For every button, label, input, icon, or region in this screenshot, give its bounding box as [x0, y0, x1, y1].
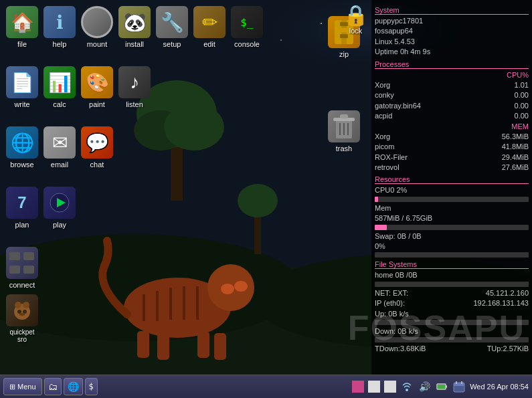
icon-col-bottom: connect quickpetsro: [3, 244, 41, 346]
setup-icon-label: setup: [163, 40, 181, 48]
sysmon-cpu-header-label: CPU%: [507, 70, 529, 80]
sysmon-uptime-row: Uptime 0h 4m 9s: [375, 47, 529, 57]
write-icon-img: 📄: [6, 66, 38, 98]
setup-icon-img: 🔧: [156, 6, 188, 38]
quickpet-icon-img: [6, 294, 38, 326]
desktop-icon-mount[interactable]: mount: [78, 3, 116, 51]
taskbar-files-icon: 🗂: [48, 381, 58, 392]
tray-volume-icon[interactable]: 🔊: [418, 380, 431, 393]
sysmon-proc-gatotray: gatotray.bin64 0.00: [375, 101, 529, 111]
calc-icon-img: 📊: [43, 66, 76, 98]
sysmon-uptime: Uptime 0h 4m 9s: [375, 47, 430, 57]
desktop-icon-write[interactable]: 📄 write: [3, 64, 41, 111]
sysmon-home-row: home 0B /0B: [375, 270, 529, 280]
sysmon-processes-title: Processes: [375, 60, 529, 69]
tray-calendar-icon[interactable]: [452, 380, 466, 393]
sysmon-net-ext-row: NET: EXT: 45.121.2.160: [375, 288, 529, 298]
sysmon-memproc-picom: picom 41.8MiB: [375, 142, 529, 152]
taskbar-globe[interactable]: 🌐: [64, 378, 83, 395]
file-icon-img: 🏠: [6, 6, 38, 38]
tray-network-icon[interactable]: [400, 380, 414, 393]
sysmon-memproc-retrovol-name: retrovol: [375, 163, 400, 173]
taskbar-file-manager[interactable]: 🗂: [44, 378, 62, 395]
svg-rect-45: [340, 114, 348, 118]
paint-icon-label: paint: [89, 100, 105, 108]
file-icon-label: file: [17, 40, 27, 48]
tray-color2[interactable]: [368, 381, 380, 393]
sysmon-ip-label: IP (eth0):: [375, 298, 405, 308]
zip-icon-label: zip: [339, 50, 349, 58]
sysmon-up-label: Up: 0B k/s: [375, 309, 409, 319]
desktop-icon-paint[interactable]: 🎨 paint: [78, 64, 116, 111]
browse-icon-img: 🌐: [6, 126, 38, 159]
desktop-icon-plan[interactable]: 7 plan: [3, 184, 41, 231]
sysmon-home-bar: [375, 282, 529, 287]
sysmon-hostname-row: puppypc17801: [375, 16, 529, 26]
install-icon-img: 🐼: [118, 6, 151, 38]
sysmon-proc-gatotray-cpu: 0.00: [515, 101, 529, 111]
desktop-icon-quickpet[interactable]: quickpetsro: [3, 292, 41, 346]
svg-point-33: [15, 302, 21, 308]
svg-point-9: [164, 104, 224, 151]
tray-color1[interactable]: [352, 381, 364, 393]
mount-icon-label: mount: [87, 40, 108, 48]
sysmon-memproc-xorg-name: Xorg: [375, 132, 390, 142]
sysmon-cpu0-label: CPU0 2%: [375, 185, 407, 195]
desktop-icon-console[interactable]: $_ console: [228, 3, 266, 51]
sysmon-cpu0-bar: [375, 197, 529, 202]
desktop-icon-browse[interactable]: 🌐 browse: [3, 124, 41, 171]
sysmon-resources-title: Resources: [375, 175, 529, 184]
sysmon-fs-title: File Systems: [375, 260, 529, 269]
sysmon-down-bar: [375, 337, 529, 342]
svg-point-37: [19, 313, 25, 316]
desktop-icon-calc[interactable]: 📊 calc: [41, 64, 78, 111]
sysmon-ip-row: IP (eth0): 192.168.131.143: [375, 298, 529, 308]
desktop-icon-play[interactable]: play: [41, 184, 78, 231]
tray-color3[interactable]: [384, 381, 396, 393]
icon-row-4: 7 plan play: [3, 184, 78, 231]
svg-rect-25: [157, 333, 169, 360]
desktop-icon-setup[interactable]: 🔧 setup: [153, 3, 191, 51]
sysmon-memproc-xorg-mem: 56.3MiB: [502, 132, 529, 142]
svg-point-34: [23, 302, 29, 308]
email-icon-label: email: [51, 161, 68, 169]
sysmon-memproc-roxfiler: ROX-Filer 29.4MiB: [375, 153, 529, 163]
desktop-icon-install[interactable]: 🐼 install: [116, 3, 153, 51]
desktop: 🏠 file ℹ help mount 🐼 install 🔧 setup ✏ …: [0, 0, 532, 375]
svg-rect-27: [214, 333, 226, 360]
sysmon-proc-acpid-cpu: 0.00: [515, 111, 529, 121]
desktop-icon-file[interactable]: 🏠 file: [3, 3, 41, 51]
mount-icon-img: [81, 6, 113, 38]
sysmon-memproc-roxfiler-mem: 29.4MiB: [502, 153, 529, 163]
tray-battery-icon[interactable]: [435, 380, 448, 393]
desktop-icon-trash[interactable]: trash: [325, 108, 363, 155]
menu-button[interactable]: ⊞ Menu: [3, 378, 42, 395]
sysmon-mem-header-label: MEM: [511, 122, 529, 132]
desktop-icon-connect[interactable]: connect: [3, 244, 41, 292]
desktop-icon-listen[interactable]: ♪ listen: [116, 64, 153, 111]
lock-label: lock: [349, 27, 363, 35]
desktop-icon-help[interactable]: ℹ help: [41, 3, 78, 51]
email-icon-img: ✉: [43, 126, 76, 159]
sysmon-mem-values-row: 587MiB / 6.75GiB: [375, 213, 529, 223]
console-icon-label: console: [234, 40, 260, 48]
connect-icon-label: connect: [9, 281, 35, 289]
sysmon-down-label: Down: 0B k/s: [375, 326, 418, 336]
desktop-icon-chat[interactable]: 💬 chat: [78, 124, 116, 171]
sysmon-mem-fill: [375, 225, 387, 230]
desktop-icon-email[interactable]: ✉ email: [41, 124, 78, 171]
taskbar-terminal[interactable]: $: [85, 378, 98, 395]
svg-point-15: [280, 39, 282, 41]
taskbar: ⊞ Menu 🗂 🌐 $ 🔊: [0, 375, 532, 398]
sysmon-mem-label: Mem: [375, 203, 391, 213]
install-icon-label: install: [125, 40, 144, 48]
svg-rect-51: [446, 385, 447, 388]
icon-row-3: 🌐 browse ✉ email 💬 chat: [3, 124, 116, 171]
write-icon-label: write: [14, 100, 29, 108]
menu-label: ⊞ Menu: [9, 383, 36, 391]
sysmon-hostname: puppypc17801: [375, 16, 423, 26]
desktop-icon-edit[interactable]: ✏ edit: [191, 3, 228, 51]
sysmon-memproc-retrovol-mem: 27.6MiB: [502, 163, 529, 173]
browse-icon-label: browse: [10, 161, 33, 169]
lock-area[interactable]: 🔒 lock: [343, 3, 368, 35]
